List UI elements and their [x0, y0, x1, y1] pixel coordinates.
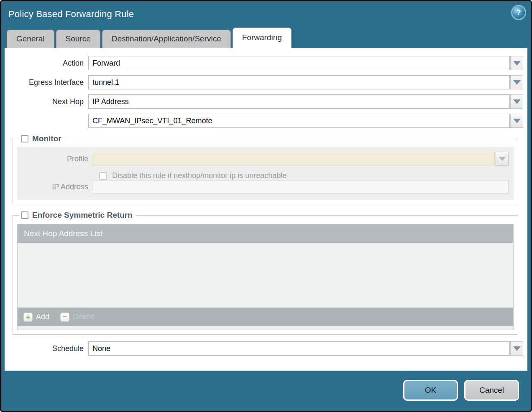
forwarding-tab-panel: Action Forward Egress Interface tunnel.1… — [5, 48, 527, 371]
chevron-down-icon — [513, 99, 521, 104]
schedule-dropdown-button[interactable] — [510, 341, 523, 356]
monitor-panel: Profile Disable this rule if nexthop/mon… — [17, 147, 514, 200]
egress-interface-select[interactable]: tunnel.1 — [88, 75, 510, 89]
chevron-down-icon — [513, 119, 521, 123]
action-row: Action Forward — [5, 56, 523, 70]
next-hop-row: Next Hop IP Address — [5, 94, 523, 109]
schedule-select[interactable]: None — [88, 341, 510, 356]
next-hop-address-list-body[interactable] — [18, 243, 513, 308]
profile-row: Profile — [17, 152, 514, 166]
table-bottom-strip — [18, 326, 513, 330]
cancel-button[interactable]: Cancel — [464, 380, 519, 401]
action-dropdown-button[interactable] — [510, 56, 523, 70]
monitor-ip-address-input — [93, 180, 509, 194]
plus-icon: + — [23, 313, 33, 322]
next-hop-address-list-header: Next Hop Address List — [18, 224, 513, 243]
dialog-footer: OK Cancel — [403, 380, 519, 401]
profile-dropdown-button — [496, 152, 509, 166]
title-bar: Policy Based Forwarding Rule ? — [1, 1, 531, 28]
tab-destination-application-service[interactable]: Destination/Application/Service — [102, 30, 231, 48]
monitor-section-title: Monitor — [32, 134, 61, 143]
chevron-down-icon — [513, 80, 521, 85]
enforce-symmetric-return-section: Enforce Symmetric Return Next Hop Addres… — [13, 211, 518, 335]
enforce-symmetric-return-title: Enforce Symmetric Return — [32, 211, 133, 220]
delete-button: − Delete — [60, 313, 95, 322]
monitor-legend: Monitor — [19, 134, 65, 143]
next-hop-address-dropdown-button[interactable] — [510, 114, 523, 128]
dialog-title: Policy Based Forwarding Rule — [8, 9, 134, 20]
next-hop-address-row: CF_MWAN_IPsec_VTI_01_Remote — [5, 114, 523, 128]
tab-forwarding[interactable]: Forwarding — [233, 28, 292, 48]
monitor-checkbox[interactable] — [21, 135, 28, 142]
profile-label: Profile — [17, 155, 93, 163]
ok-button[interactable]: OK — [403, 380, 458, 401]
help-icon[interactable]: ? — [512, 6, 525, 19]
next-hop-address-list-toolbar: + Add − Delete — [18, 308, 513, 326]
schedule-label: Schedule — [5, 344, 88, 353]
action-select[interactable]: Forward — [88, 56, 510, 70]
chevron-down-icon — [513, 61, 521, 66]
egress-interface-dropdown-button[interactable] — [510, 75, 523, 89]
next-hop-address-list-table: Next Hop Address List + Add − Delete — [17, 224, 514, 330]
monitor-ip-address-label: IP Address — [17, 183, 93, 191]
next-hop-dropdown-button[interactable] — [510, 94, 523, 109]
enforce-symmetric-return-checkbox[interactable] — [21, 211, 28, 219]
tab-general[interactable]: General — [7, 30, 54, 48]
disable-rule-row: Disable this rule if nexthop/monitor ip … — [17, 171, 514, 180]
monitor-section: Monitor Profile Disable this rule if nex… — [13, 134, 518, 204]
egress-interface-label: Egress Interface — [5, 78, 88, 87]
next-hop-address-select[interactable]: CF_MWAN_IPsec_VTI_01_Remote — [88, 114, 510, 128]
minus-icon: − — [60, 313, 69, 322]
add-button[interactable]: + Add — [23, 313, 49, 322]
tab-source[interactable]: Source — [56, 30, 100, 48]
egress-interface-row: Egress Interface tunnel.1 — [5, 75, 523, 89]
disable-rule-checkbox — [99, 172, 107, 180]
tab-bar: General Source Destination/Application/S… — [1, 28, 531, 48]
chevron-down-icon — [499, 157, 506, 161]
profile-select — [93, 152, 495, 165]
action-label: Action — [5, 59, 88, 68]
policy-based-forwarding-dialog: Policy Based Forwarding Rule ? General S… — [0, 0, 532, 412]
monitor-ip-address-row: IP Address — [17, 180, 514, 194]
schedule-row: Schedule None — [5, 341, 523, 356]
enforce-symmetric-return-legend: Enforce Symmetric Return — [19, 211, 136, 220]
chevron-down-icon — [513, 346, 521, 351]
next-hop-type-select[interactable]: IP Address — [88, 94, 510, 109]
next-hop-label: Next Hop — [5, 97, 88, 106]
disable-rule-label: Disable this rule if nexthop/monitor ip … — [112, 171, 286, 180]
